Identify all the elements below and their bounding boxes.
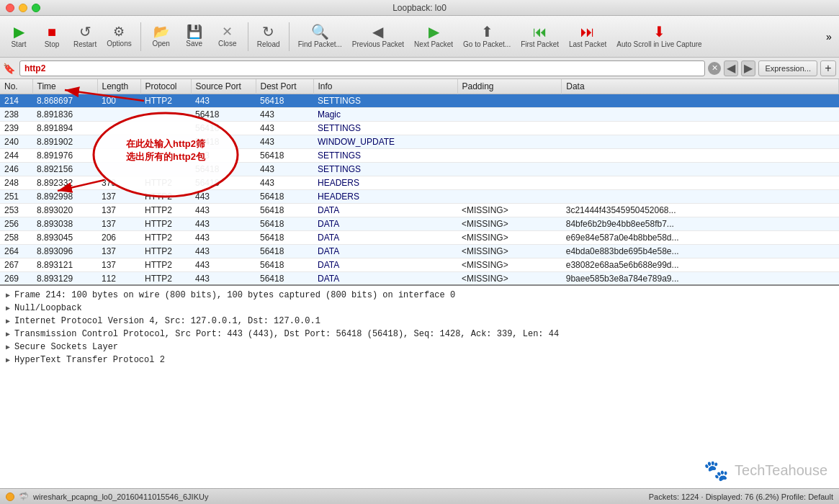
col-header-length: Length bbox=[97, 79, 140, 94]
stop-button[interactable]: ■ Stop bbox=[36, 18, 68, 55]
cell-info: Magic bbox=[313, 108, 457, 122]
previous-packet-button[interactable]: ◀ Previous Packet bbox=[348, 18, 408, 55]
cell-time: 8.893038 bbox=[32, 217, 97, 231]
table-row[interactable]: 2648.893096137HTTP244356418DATA<MISSING>… bbox=[0, 245, 839, 258]
cell-protocol bbox=[140, 122, 191, 135]
cell-time: 8.893121 bbox=[32, 258, 97, 272]
col-header-srcport: Source Port bbox=[191, 79, 256, 94]
cell-dstport: 56418 bbox=[256, 149, 313, 163]
detail-item-ipv4[interactable]: ▶Internet Protocol Version 4, Src: 127.0… bbox=[0, 315, 839, 328]
autoscroll-button[interactable]: ⬇ Auto Scroll in Live Capture bbox=[612, 18, 706, 55]
cell-info: WINDOW_UPDATE bbox=[313, 135, 457, 149]
status-indicator bbox=[6, 492, 14, 501]
first-packet-button[interactable]: ⏮ First Packet bbox=[516, 18, 563, 55]
cell-data bbox=[562, 135, 839, 149]
table-row[interactable]: 2398.89189456418443SETTINGS bbox=[0, 122, 839, 135]
table-row[interactable]: 2538.893020137HTTP244356418DATA<MISSING>… bbox=[0, 204, 839, 217]
cell-time: 8.893096 bbox=[32, 245, 97, 258]
cell-protocol: HTTP2 bbox=[140, 217, 191, 231]
start-label: Start bbox=[11, 40, 26, 48]
start-button[interactable]: ▶ Start bbox=[3, 18, 35, 55]
restart-label: Restart bbox=[73, 40, 97, 48]
cell-time: 8.892156 bbox=[32, 163, 97, 176]
close-button[interactable]: ✕ Close bbox=[212, 18, 243, 55]
expression-button[interactable]: Expression... bbox=[758, 60, 817, 76]
detail-item-nullloopback[interactable]: ▶Null/Loopback bbox=[0, 302, 839, 315]
next-packet-button[interactable]: ▶ Next Packet bbox=[410, 18, 457, 55]
first-packet-label: First Packet bbox=[521, 40, 559, 48]
restart-icon: ↺ bbox=[79, 24, 91, 39]
cell-length: 112 bbox=[97, 272, 140, 285]
find-packet-button[interactable]: 🔍 Find Packet... bbox=[294, 18, 346, 55]
cell-time: 8.893020 bbox=[32, 204, 97, 217]
detail-item-tcp[interactable]: ▶Transmission Control Protocol, Src Port… bbox=[0, 328, 839, 341]
table-row[interactable]: 2518.892998137HTTP244356418HEADERS bbox=[0, 190, 839, 204]
cell-no: 244 bbox=[0, 149, 32, 163]
cell-srcport: 443 bbox=[191, 231, 256, 245]
table-row[interactable]: 2678.893121137HTTP244356418DATA<MISSING>… bbox=[0, 258, 839, 272]
cell-dstport: 443 bbox=[256, 163, 313, 176]
table-row[interactable]: 2698.893129112HTTP244356418DATA<MISSING>… bbox=[0, 272, 839, 285]
save-button[interactable]: 💾 Save bbox=[179, 18, 210, 55]
cell-padding bbox=[457, 163, 562, 176]
filter-bar: 🔖 ✕ ◀ ▶ Expression... + bbox=[0, 58, 839, 79]
goto-icon: ⬆ bbox=[481, 24, 493, 39]
goto-label: Go to Packet... bbox=[463, 40, 511, 48]
cell-protocol: HTTP2 bbox=[140, 258, 191, 272]
table-row[interactable]: 2148.868697100HTTP244356418SETTINGS bbox=[0, 94, 839, 108]
cell-dstport: 56418 bbox=[256, 272, 313, 285]
detail-text: Secure Sockets Layer bbox=[14, 342, 118, 352]
cell-time: 8.891902 bbox=[32, 135, 97, 149]
more-button[interactable]: » bbox=[822, 18, 836, 55]
reload-icon: ↻ bbox=[262, 24, 274, 39]
open-button[interactable]: 📂 Open bbox=[145, 18, 177, 55]
table-row[interactable]: 2468.89215656418443SETTINGS bbox=[0, 163, 839, 176]
cell-data bbox=[562, 122, 839, 135]
filter-clear-button[interactable]: ✕ bbox=[708, 62, 721, 75]
cell-dstport: 56418 bbox=[256, 204, 313, 217]
detail-item-ssl[interactable]: ▶Secure Sockets Layer bbox=[0, 341, 839, 354]
cell-no: 256 bbox=[0, 217, 32, 231]
cell-data bbox=[562, 176, 839, 190]
col-header-time: Time bbox=[32, 79, 97, 94]
save-icon: 💾 bbox=[187, 25, 202, 38]
detail-expand-icon: ▶ bbox=[6, 343, 10, 351]
cell-time: 8.891894 bbox=[32, 122, 97, 135]
cell-info: DATA bbox=[313, 258, 457, 272]
filter-add-button[interactable]: + bbox=[820, 60, 836, 76]
cell-padding bbox=[457, 190, 562, 204]
filter-prev-arrow[interactable]: ◀ bbox=[724, 60, 738, 76]
cell-length: 137 bbox=[97, 204, 140, 217]
cell-data: e4bda0e883bde695b4e58e... bbox=[562, 245, 839, 258]
goto-packet-button[interactable]: ⬆ Go to Packet... bbox=[459, 18, 515, 55]
table-row[interactable]: 2588.893045206HTTP244356418DATA<MISSING>… bbox=[0, 231, 839, 245]
table-row[interactable]: 2388.89183656418443Magic bbox=[0, 108, 839, 122]
cell-no: 248 bbox=[0, 176, 32, 190]
table-row[interactable]: 2408.89190256418443WINDOW_UPDATE bbox=[0, 135, 839, 149]
table-row[interactable]: 2448.89197644356418SETTINGS bbox=[0, 149, 839, 163]
cell-info: DATA bbox=[313, 272, 457, 285]
cell-protocol bbox=[140, 108, 191, 122]
last-packet-button[interactable]: ⏭ Last Packet bbox=[565, 18, 611, 55]
stop-label: Stop bbox=[45, 40, 60, 48]
reload-button[interactable]: ↻ Reload bbox=[253, 18, 284, 55]
table-row[interactable]: 2568.893038137HTTP244356418DATA<MISSING>… bbox=[0, 217, 839, 231]
maximize-light[interactable] bbox=[32, 4, 40, 12]
toolbar-separator-3 bbox=[289, 22, 290, 51]
close-light[interactable] bbox=[6, 4, 14, 12]
detail-item-frame[interactable]: ▶Frame 214: 100 bytes on wire (800 bits)… bbox=[0, 289, 839, 302]
save-label: Save bbox=[186, 40, 202, 48]
next-packet-label: Next Packet bbox=[414, 40, 453, 48]
cell-protocol: HTTP2 bbox=[140, 190, 191, 204]
options-button[interactable]: ⚙ Options bbox=[102, 18, 135, 55]
cell-length: 137 bbox=[97, 217, 140, 231]
filter-next-arrow[interactable]: ▶ bbox=[741, 60, 755, 76]
restart-button[interactable]: ↺ Restart bbox=[69, 18, 101, 55]
reload-label: Reload bbox=[257, 40, 280, 48]
minimize-light[interactable] bbox=[19, 4, 27, 12]
table-row[interactable]: 2488.892332379HTTP256418443HEADERS bbox=[0, 176, 839, 190]
cell-data bbox=[562, 94, 839, 108]
filter-input[interactable] bbox=[19, 60, 705, 76]
autoscroll-label: Auto Scroll in Live Capture bbox=[616, 40, 701, 48]
detail-item-http2[interactable]: ▶HyperText Transfer Protocol 2 bbox=[0, 354, 839, 366]
